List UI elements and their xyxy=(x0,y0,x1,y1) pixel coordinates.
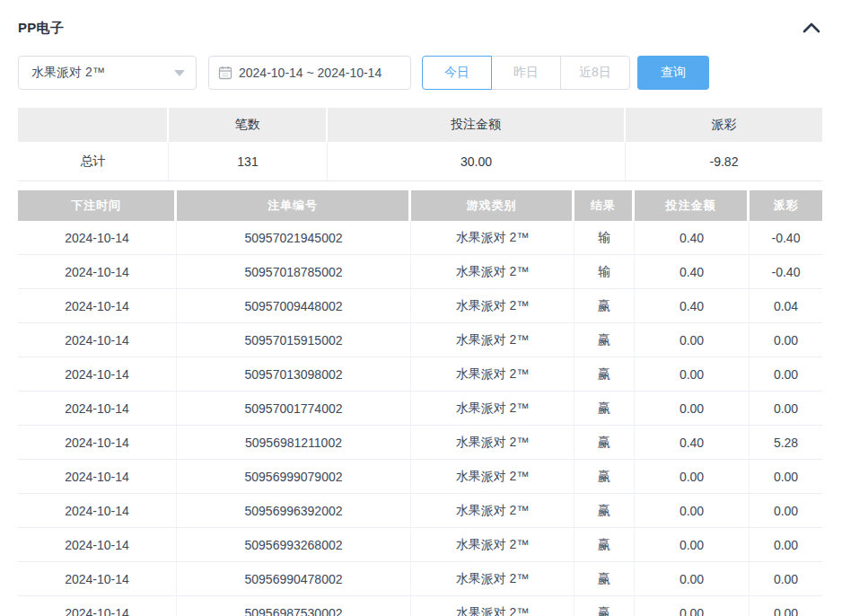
cell-result: 输 xyxy=(574,221,635,255)
summary-total-payout: -9.82 xyxy=(626,142,822,181)
date-range-value: 2024-10-14 ~ 2024-10-14 xyxy=(239,66,382,80)
cell-bet-time: 2024-10-14 xyxy=(18,562,177,596)
cell-bet-id: 50957009448002 xyxy=(177,289,411,323)
cell-result: 赢 xyxy=(574,494,635,528)
cell-payout: 0.00 xyxy=(750,562,822,596)
cell-bet-time: 2024-10-14 xyxy=(18,289,177,323)
table-row: 2024-10-14 50956996392002 水果派对 2™ 赢 0.00… xyxy=(18,494,822,528)
cell-bet-amount: 0.00 xyxy=(635,528,750,562)
cell-bet-id: 50956990478002 xyxy=(177,562,411,596)
cell-result: 赢 xyxy=(574,596,635,616)
col-bet-time: 下注时间 xyxy=(18,190,177,221)
cell-bet-amount: 0.40 xyxy=(635,426,750,460)
summary-total-row: 总计 131 30.00 -9.82 xyxy=(18,142,822,181)
table-row: 2024-10-14 50957018785002 水果派对 2™ 输 0.40… xyxy=(18,255,822,289)
cell-payout: 0.00 xyxy=(750,528,822,562)
cell-game-type: 水果派对 2™ xyxy=(411,289,574,323)
cell-bet-time: 2024-10-14 xyxy=(18,426,177,460)
cell-bet-id: 50957021945002 xyxy=(177,221,411,255)
cell-payout: 0.00 xyxy=(750,494,822,528)
cell-bet-time: 2024-10-14 xyxy=(18,221,177,255)
cell-game-type: 水果派对 2™ xyxy=(411,596,574,616)
chevron-down-icon xyxy=(174,70,185,76)
cell-game-type: 水果派对 2™ xyxy=(411,528,574,562)
game-select[interactable]: 水果派对 2™ xyxy=(18,56,197,90)
shortcut-yesterday-button[interactable]: 昨日 xyxy=(491,56,561,90)
cell-game-type: 水果派对 2™ xyxy=(411,562,574,596)
cell-bet-id: 50957013098002 xyxy=(177,357,411,392)
summary-col-payout: 派彩 xyxy=(626,108,822,142)
collapse-panel-button[interactable] xyxy=(801,18,822,38)
cell-payout: 0.00 xyxy=(750,596,822,616)
cell-bet-time: 2024-10-14 xyxy=(18,392,177,426)
summary-total-bet-amount: 30.00 xyxy=(328,142,626,181)
cell-bet-amount: 0.00 xyxy=(635,323,750,357)
cell-bet-amount: 0.00 xyxy=(635,596,750,616)
summary-total-label: 总计 xyxy=(18,142,169,181)
cell-bet-amount: 0.00 xyxy=(635,494,750,528)
cell-bet-id: 50956996392002 xyxy=(177,494,411,528)
table-row: 2024-10-14 50957001774002 水果派对 2™ 赢 0.00… xyxy=(18,392,822,426)
cell-game-type: 水果派对 2™ xyxy=(411,460,574,494)
cell-bet-amount: 0.40 xyxy=(635,221,750,255)
table-row: 2024-10-14 50956981211002 水果派对 2™ 赢 0.40… xyxy=(18,426,822,460)
cell-payout: 0.04 xyxy=(750,289,822,323)
cell-result: 赢 xyxy=(574,323,635,357)
cell-result: 赢 xyxy=(574,460,635,494)
col-bet-id: 注单编号 xyxy=(177,190,411,221)
table-row: 2024-10-14 50957021945002 水果派对 2™ 输 0.40… xyxy=(18,221,822,255)
cell-result: 赢 xyxy=(574,289,635,323)
cell-result: 输 xyxy=(574,255,635,289)
cell-game-type: 水果派对 2™ xyxy=(411,357,574,392)
table-row: 2024-10-14 50956990478002 水果派对 2™ 赢 0.00… xyxy=(18,562,822,596)
calendar-icon xyxy=(218,66,232,80)
cell-bet-amount: 0.00 xyxy=(635,562,750,596)
cell-bet-time: 2024-10-14 xyxy=(18,596,177,616)
table-row: 2024-10-14 50957013098002 水果派对 2™ 赢 0.00… xyxy=(18,357,822,392)
cell-result: 赢 xyxy=(574,528,635,562)
summary-table: 笔数 投注金额 派彩 总计 131 30.00 -9.82 xyxy=(18,108,822,181)
summary-col-bet-amount: 投注金额 xyxy=(328,108,626,142)
cell-bet-id: 50956987530002 xyxy=(177,596,411,616)
date-range-picker[interactable]: 2024-10-14 ~ 2024-10-14 xyxy=(208,56,411,90)
cell-game-type: 水果派对 2™ xyxy=(411,323,574,357)
shortcut-last8days-button[interactable]: 近8日 xyxy=(560,56,630,90)
col-result: 结果 xyxy=(574,190,635,221)
shortcut-today-button[interactable]: 今日 xyxy=(422,56,492,90)
bets-table: 下注时间 注单编号 游戏类别 结果 投注金额 派彩 2024-10-14 509… xyxy=(18,190,822,616)
table-row: 2024-10-14 50956993268002 水果派对 2™ 赢 0.00… xyxy=(18,528,822,562)
cell-payout: 0.00 xyxy=(750,392,822,426)
cell-bet-id: 50956981211002 xyxy=(177,426,411,460)
cell-payout: 0.00 xyxy=(750,357,822,392)
cell-bet-id: 50957018785002 xyxy=(177,255,411,289)
cell-bet-amount: 0.40 xyxy=(635,255,750,289)
cell-bet-id: 50956999079002 xyxy=(177,460,411,494)
cell-bet-id: 50956993268002 xyxy=(177,528,411,562)
cell-game-type: 水果派对 2™ xyxy=(411,494,574,528)
cell-bet-amount: 0.00 xyxy=(635,392,750,426)
date-shortcut-group: 今日 昨日 近8日 xyxy=(422,56,630,90)
cell-bet-time: 2024-10-14 xyxy=(18,460,177,494)
col-bet-amount: 投注金额 xyxy=(635,190,750,221)
cell-bet-time: 2024-10-14 xyxy=(18,357,177,392)
cell-game-type: 水果派对 2™ xyxy=(411,221,574,255)
cell-result: 赢 xyxy=(574,392,635,426)
query-button[interactable]: 查询 xyxy=(637,56,709,90)
col-payout: 派彩 xyxy=(750,190,822,221)
cell-game-type: 水果派对 2™ xyxy=(411,392,574,426)
bets-header-row: 下注时间 注单编号 游戏类别 结果 投注金额 派彩 xyxy=(18,190,822,221)
cell-payout: -0.40 xyxy=(750,255,822,289)
summary-header-row: 笔数 投注金额 派彩 xyxy=(18,108,822,142)
cell-payout: -0.40 xyxy=(750,221,822,255)
summary-total-count: 131 xyxy=(169,142,328,181)
table-row: 2024-10-14 50956987530002 水果派对 2™ 赢 0.00… xyxy=(18,596,822,616)
cell-bet-time: 2024-10-14 xyxy=(18,528,177,562)
table-row: 2024-10-14 50957009448002 水果派对 2™ 赢 0.40… xyxy=(18,289,822,323)
game-select-value: 水果派对 2™ xyxy=(31,65,105,81)
cell-payout: 0.00 xyxy=(750,460,822,494)
summary-col-blank xyxy=(18,108,169,142)
cell-game-type: 水果派对 2™ xyxy=(411,426,574,460)
cell-result: 赢 xyxy=(574,426,635,460)
table-row: 2024-10-14 50957015915002 水果派对 2™ 赢 0.00… xyxy=(18,323,822,357)
cell-bet-id: 50957001774002 xyxy=(177,392,411,426)
